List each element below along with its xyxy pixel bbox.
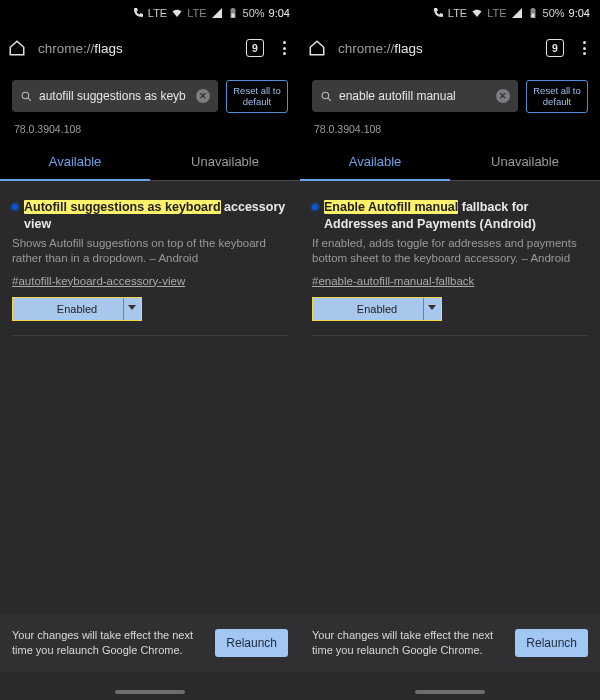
battery-icon [527,7,539,19]
action-row: autofill suggestions as keyb ✕ Reset all… [0,70,300,119]
signal-icon [511,7,523,19]
status-bar: LTE LTE 50% 9:04 [0,0,300,26]
tab-unavailable[interactable]: Unavailable [150,145,300,181]
gesture-nav-pill[interactable] [115,690,185,694]
tab-switcher[interactable]: 9 [246,39,264,57]
overflow-menu-icon[interactable] [276,40,292,56]
url-bar: chrome://flags 9 [0,26,300,70]
flag-item: Autofill suggestions as keyboard accesso… [12,199,288,336]
svg-point-1 [322,92,329,99]
action-row: enable autofill manual ✕ Reset all to de… [300,70,600,119]
relaunch-bar: Your changes will take effect the next t… [300,614,600,672]
pane-left: LTE LTE 50% 9:04 chrome://flags 9 autofi… [0,0,300,700]
flag-title: Enable Autofill manual fallback for Addr… [324,199,588,233]
relaunch-message: Your changes will take effect the next t… [12,628,205,658]
gesture-nav-pill[interactable] [415,690,485,694]
flag-anchor-link[interactable]: #enable-autofill-manual-fallback [312,275,474,287]
chrome-version: 78.0.3904.108 [0,119,300,145]
url-prefix: chrome:// [38,41,94,56]
lte-dim-label: LTE [187,7,206,19]
clear-search-icon[interactable]: ✕ [196,89,210,103]
tab-available[interactable]: Available [0,145,150,181]
lte-label: LTE [448,7,467,19]
wifi-icon [471,7,483,19]
wifi-icon [171,7,183,19]
tab-switcher[interactable]: 9 [546,39,564,57]
status-bar: LTE LTE 50% 9:04 [300,0,600,26]
battery-percent: 50% [543,7,565,19]
reset-all-button[interactable]: Reset all to default [226,80,288,113]
search-input[interactable]: autofill suggestions as keyb ✕ [12,80,218,112]
chrome-version: 78.0.3904.108 [300,119,600,145]
search-input[interactable]: enable autofill manual ✕ [312,80,518,112]
flag-title-highlight: Autofill suggestions as keyboard [24,200,221,214]
flag-state-dropdown[interactable]: Enabled [312,297,442,321]
tabs: Available Unavailable [300,145,600,181]
relaunch-message: Your changes will take effect the next t… [312,628,505,658]
search-icon [20,90,33,103]
pane-right: LTE LTE 50% 9:04 chrome://flags 9 enable… [300,0,600,700]
flag-title: Autofill suggestions as keyboard accesso… [24,199,288,233]
svg-point-0 [22,92,29,99]
relaunch-button[interactable]: Relaunch [515,629,588,657]
lte-label: LTE [148,7,167,19]
flag-anchor-link[interactable]: #autofill-keyboard-accessory-view [12,275,185,287]
modified-indicator-icon [312,204,318,210]
search-value: enable autofill manual [339,89,490,103]
url-text[interactable]: chrome://flags [338,41,534,56]
chevron-down-icon [428,305,436,310]
tabs: Available Unavailable [0,145,300,181]
flag-state-dropdown[interactable]: Enabled [12,297,142,321]
clock: 9:04 [569,7,590,19]
relaunch-button[interactable]: Relaunch [215,629,288,657]
relaunch-bar: Your changes will take effect the next t… [0,614,300,672]
flag-title-highlight: Enable Autofill manual [324,200,458,214]
home-icon[interactable] [308,39,326,57]
search-icon [320,90,333,103]
clock: 9:04 [269,7,290,19]
phone-wifi-icon [132,7,144,19]
url-text[interactable]: chrome://flags [38,41,234,56]
lte-dim-label: LTE [487,7,506,19]
flag-state-value: Enabled [357,303,397,315]
url-host: flags [394,41,423,56]
phone-wifi-icon [432,7,444,19]
battery-icon [227,7,239,19]
tab-available[interactable]: Available [300,145,450,181]
chevron-down-icon [128,305,136,310]
flag-description: Shows Autofill suggestions on top of the… [12,236,288,267]
reset-all-button[interactable]: Reset all to default [526,80,588,113]
flag-state-value: Enabled [57,303,97,315]
clear-search-icon[interactable]: ✕ [496,89,510,103]
overflow-menu-icon[interactable] [576,40,592,56]
search-value: autofill suggestions as keyb [39,89,190,103]
modified-indicator-icon [12,204,18,210]
tab-unavailable[interactable]: Unavailable [450,145,600,181]
url-prefix: chrome:// [338,41,394,56]
flag-item: Enable Autofill manual fallback for Addr… [312,199,588,336]
battery-percent: 50% [243,7,265,19]
signal-icon [211,7,223,19]
home-icon[interactable] [8,39,26,57]
url-host: flags [94,41,123,56]
flag-description: If enabled, adds toggle for addresses an… [312,236,588,267]
url-bar: chrome://flags 9 [300,26,600,70]
